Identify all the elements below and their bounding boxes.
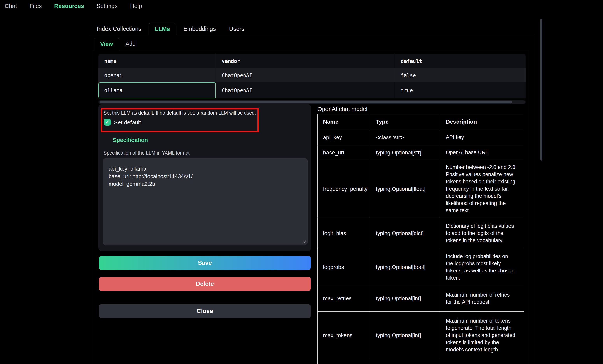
yaml-spec-input[interactable]: api_key: ollama base_url: http://localho… — [103, 158, 308, 245]
red-highlight-annotation — [101, 108, 259, 132]
top-nav: Chat Files Resources Settings Help — [0, 0, 603, 12]
param-description — [441, 359, 524, 364]
cell-vendor[interactable]: ChatOpenAI — [216, 82, 395, 98]
tab-users[interactable]: Users — [223, 23, 250, 35]
horizontal-scrollbar-thumb[interactable] — [100, 101, 512, 103]
param-name: frequency_penalty — [318, 160, 370, 218]
tab-embeddings[interactable]: Embeddings — [178, 23, 222, 35]
param-description: Include log probabilities on the logprob… — [441, 249, 524, 285]
table-row-ollama[interactable]: ollama ChatOpenAI true — [98, 82, 526, 98]
param-description: Maximum number of tokens to generate. Th… — [441, 311, 524, 359]
nav-item-help[interactable]: Help — [130, 3, 142, 9]
schema-header-row: Name Type Description — [318, 114, 524, 130]
vertical-scrollbar-thumb[interactable] — [540, 19, 542, 161]
nav-item-chat[interactable]: Chat — [5, 3, 17, 9]
llm-col-header-name: name — [98, 54, 216, 68]
cell-default[interactable]: true — [395, 82, 526, 98]
param-description: Dictionary of logit bias values to add t… — [441, 218, 524, 249]
param-name: base_url — [318, 145, 370, 160]
resize-handle-icon[interactable] — [302, 239, 306, 243]
param-description: Number between -2.0 and 2.0. Positive va… — [441, 160, 524, 218]
tab-index-collections[interactable]: Index Collections — [91, 23, 147, 35]
llms-subtabs: View Add — [94, 38, 142, 50]
save-button[interactable]: Save — [99, 256, 311, 270]
param-type: typing.Optional[dict] — [370, 218, 441, 249]
cell-name-selected[interactable]: ollama — [98, 82, 216, 98]
llm-col-header-default: default — [395, 54, 526, 68]
param-type — [370, 359, 441, 364]
param-name: logit_bias — [318, 218, 370, 249]
param-type: <class 'str'> — [370, 130, 441, 145]
param-name: api_key — [318, 130, 370, 145]
param-description: Maximum number of retries for the API re… — [441, 285, 524, 311]
subtab-add[interactable]: Add — [119, 38, 142, 50]
subtab-view[interactable]: View — [94, 38, 119, 50]
nav-item-resources[interactable]: Resources — [54, 3, 84, 9]
param-name: logprobs — [318, 249, 370, 285]
close-button[interactable]: Close — [99, 304, 311, 318]
nav-item-settings[interactable]: Settings — [96, 3, 117, 9]
param-type: typing.Optional[bool] — [370, 249, 441, 285]
specification-sublabel: Specification of the LLM in YAML format — [104, 150, 190, 156]
table-row-openai[interactable]: openai ChatOpenAI false — [98, 68, 526, 82]
yaml-editor-wrap: api_key: ollama base_url: http://localho… — [103, 158, 308, 245]
param-description: OpenAI base URL — [441, 145, 524, 160]
param-type: typing.Optional[float] — [370, 160, 441, 218]
cell-default[interactable]: false — [395, 68, 526, 82]
cell-name[interactable]: openai — [98, 68, 216, 82]
table-row: logit_bias typing.Optional[dict] Diction… — [318, 218, 524, 249]
llm-col-header-vendor: vendor — [216, 54, 395, 68]
param-name: max_retries — [318, 285, 370, 311]
table-row: logprobs typing.Optional[bool] Include l… — [318, 249, 524, 285]
param-type: typing.Optional[int] — [370, 311, 441, 359]
schema-col-description: Description — [441, 114, 524, 130]
app-window: { "nav": { "items": ["Chat", "Files", "R… — [0, 0, 603, 364]
param-description: API key — [441, 130, 524, 145]
param-name: max_tokens — [318, 311, 370, 359]
tab-llms[interactable]: LLMs — [149, 23, 176, 35]
llm-table-header-row: name vendor default — [98, 54, 526, 68]
param-name — [318, 359, 370, 364]
schema-col-name: Name — [318, 114, 370, 130]
specification-heading: Specification — [113, 137, 148, 143]
nav-item-files[interactable]: Files — [29, 3, 42, 9]
table-row-partial — [318, 359, 524, 364]
cell-vendor[interactable]: ChatOpenAI — [216, 68, 395, 82]
param-type: typing.Optional[str] — [370, 145, 441, 160]
model-schema-title: OpenAI chat model — [317, 106, 367, 112]
table-row: max_retries typing.Optional[int] Maximum… — [318, 285, 524, 311]
delete-button[interactable]: Delete — [99, 277, 311, 291]
schema-col-type: Type — [370, 114, 441, 130]
llm-list-table: name vendor default openai ChatOpenAI fa… — [98, 54, 526, 98]
table-row: max_tokens typing.Optional[int] Maximum … — [318, 311, 524, 359]
table-row: frequency_penalty typing.Optional[float]… — [318, 160, 524, 218]
table-row: api_key <class 'str'> API key — [318, 130, 524, 145]
param-type: typing.Optional[int] — [370, 285, 441, 311]
model-schema-table: Name Type Description api_key <class 'st… — [317, 114, 524, 364]
table-row: base_url typing.Optional[str] OpenAI bas… — [318, 145, 524, 160]
resources-tabs: Index Collections LLMs Embeddings Users — [91, 23, 250, 35]
